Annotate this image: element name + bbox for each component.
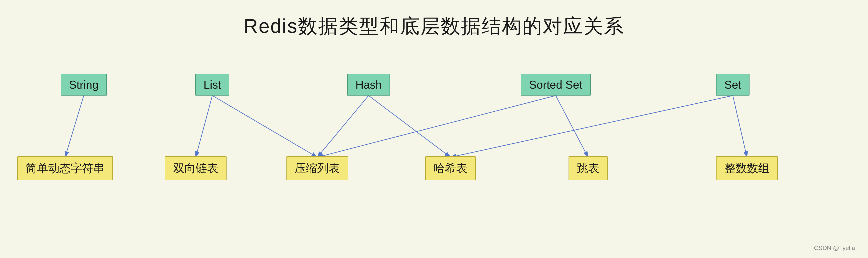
- type-box-list: List: [195, 74, 229, 95]
- struct-box-simple-dynamic-string: 简单动态字符串: [18, 156, 113, 180]
- svg-line-3: [212, 95, 317, 157]
- struct-box-skip-list: 跳表: [568, 156, 608, 180]
- svg-line-7: [556, 95, 588, 157]
- svg-line-9: [733, 95, 747, 157]
- type-box-hash: Hash: [347, 74, 390, 95]
- page-title: Redis数据类型和底层数据结构的对应关系: [244, 13, 624, 39]
- struct-box-hash-table: 哈希表: [425, 156, 476, 180]
- struct-box-int-array: 整数数组: [716, 156, 778, 180]
- svg-line-8: [451, 95, 733, 157]
- diagram-area: StringListHashSorted SetSet简单动态字符串双向链表压缩…: [0, 61, 868, 234]
- type-box-sorted-set: Sorted Set: [521, 74, 591, 95]
- main-container: Redis数据类型和底层数据结构的对应关系 StringListHashSort…: [0, 0, 868, 258]
- svg-line-1: [65, 95, 84, 157]
- watermark: CSDN @Tyelia: [814, 245, 855, 252]
- type-box-set: Set: [716, 74, 749, 95]
- svg-line-2: [196, 95, 212, 157]
- struct-box-compressed-list: 压缩列表: [286, 156, 348, 180]
- svg-line-4: [317, 95, 369, 157]
- svg-line-5: [369, 95, 451, 157]
- struct-box-doubly-linked-list: 双向链表: [165, 156, 226, 180]
- svg-line-6: [317, 95, 556, 157]
- type-box-string: String: [61, 74, 107, 95]
